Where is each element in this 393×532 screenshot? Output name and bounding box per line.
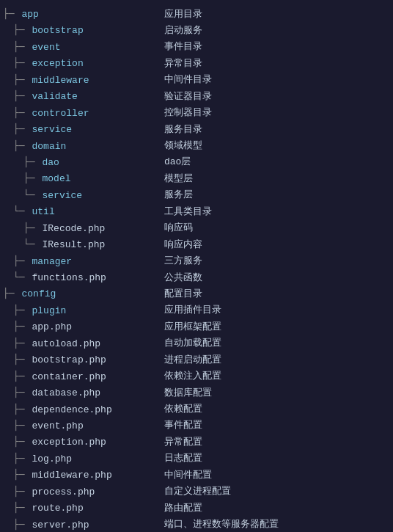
- tree-row: ├─ model模型层: [3, 170, 390, 186]
- tree-row: ├─ exception.php异常配置: [3, 434, 390, 450]
- file-name: middleware.php: [32, 470, 111, 481]
- folder-name: service: [42, 190, 82, 201]
- branch-icon: └─: [23, 189, 40, 200]
- folder-name: plugin: [32, 305, 66, 316]
- item-description: 异常配置: [164, 434, 390, 450]
- branch-icon: ├─: [13, 519, 30, 530]
- folder-name: util: [32, 206, 54, 217]
- folder-name: manager: [32, 256, 72, 267]
- file-name: exception.php: [32, 437, 106, 448]
- tree-row: ├─ app应用目录: [3, 6, 390, 22]
- tree-row: ├─ validate验证器目录: [3, 88, 390, 104]
- tree-row: ├─ event.php事件配置: [3, 418, 390, 434]
- folder-name: dao: [42, 157, 59, 168]
- folder-name: bootstrap: [32, 25, 83, 36]
- tree-row: ├─ container.php依赖注入配置: [3, 368, 390, 385]
- tree-row: └─ IResult.php响应内容: [3, 236, 390, 252]
- file-name: functions.php: [32, 272, 106, 283]
- branch-icon: ├─: [13, 41, 30, 52]
- file-name: IResult.php: [42, 239, 105, 250]
- file-name: app.php: [32, 321, 72, 332]
- branch-icon: ├─: [13, 486, 30, 497]
- item-description: 控制器目录: [164, 105, 390, 120]
- branch-icon: ├─: [13, 90, 30, 101]
- branch-icon: └─: [13, 272, 30, 283]
- folder-name: model: [42, 173, 70, 184]
- item-description: 响应内容: [164, 237, 390, 252]
- file-name: database.php: [32, 387, 100, 398]
- item-description: 响应码: [164, 220, 390, 236]
- item-description: 应用目录: [164, 7, 390, 22]
- item-description: 验证器目录: [164, 89, 390, 104]
- folder-name: config: [21, 288, 56, 299]
- tree-row: ├─ route.php路由配置: [3, 500, 390, 516]
- tree-row: ├─ daodao层: [3, 154, 390, 170]
- item-description: 应用插件目录: [164, 302, 390, 318]
- tree-row: ├─ autoload.php自动加载配置: [3, 335, 390, 351]
- folder-name: service: [32, 124, 72, 135]
- item-description: 事件目录: [164, 39, 390, 54]
- item-description: 依赖配置: [164, 401, 390, 417]
- item-description: dao层: [164, 154, 390, 170]
- folder-name: controller: [32, 108, 89, 119]
- branch-icon: └─: [13, 205, 30, 216]
- folder-name: app: [21, 9, 38, 20]
- tree-row: ├─ config配置目录: [3, 285, 390, 302]
- branch-icon: ├─: [23, 156, 40, 167]
- tree-row: └─ util工具类目录: [3, 203, 390, 219]
- branch-icon: ├─: [13, 404, 30, 415]
- file-name: route.php: [32, 503, 83, 514]
- item-description: 服务目录: [164, 122, 390, 137]
- branch-icon: ├─: [13, 453, 30, 464]
- branch-icon: ├─: [3, 288, 20, 299]
- item-description: 启动服务: [164, 23, 390, 38]
- item-description: 模型层: [164, 171, 390, 186]
- item-description: 日志配置: [164, 451, 390, 466]
- file-name: server.php: [32, 520, 89, 531]
- item-description: 中间件配置: [164, 467, 390, 483]
- file-name: process.php: [32, 487, 95, 498]
- branch-icon: ├─: [13, 420, 30, 431]
- file-name: container.php: [32, 371, 106, 382]
- item-description: 三方服务: [164, 253, 390, 269]
- branch-icon: ├─: [3, 8, 20, 19]
- branch-icon: ├─: [13, 387, 30, 398]
- branch-icon: ├─: [13, 371, 30, 382]
- item-description: 领域模型: [164, 138, 390, 153]
- branch-icon: ├─: [13, 255, 30, 266]
- folder-name: domain: [32, 141, 66, 152]
- item-description: 工具类目录: [164, 204, 390, 219]
- file-name: log.php: [32, 453, 72, 464]
- tree-row: ├─ domain领域模型: [3, 138, 390, 154]
- file-name: bootstrap.php: [32, 354, 106, 365]
- item-description: 自动加载配置: [164, 335, 390, 351]
- item-description: 异常目录: [164, 56, 390, 71]
- branch-icon: ├─: [13, 321, 30, 332]
- file-name: autoload.php: [32, 338, 100, 349]
- branch-icon: ├─: [13, 107, 30, 118]
- tree-row: ├─ controller控制器目录: [3, 105, 390, 121]
- tree-row: ├─ event事件目录: [3, 39, 390, 55]
- item-description: 自定义进程配置: [164, 484, 390, 499]
- item-description: 事件配置: [164, 418, 390, 433]
- file-name: event.php: [32, 420, 83, 431]
- item-description: 公共函数: [164, 270, 390, 285]
- tree-row: ├─ bootstrap.php进程启动配置: [3, 351, 390, 368]
- branch-icon: ├─: [13, 502, 30, 513]
- tree-row: ├─ IRecode.php响应码: [3, 220, 390, 236]
- tree-row: ├─ dependence.php依赖配置: [3, 401, 390, 418]
- branch-icon: ├─: [13, 74, 30, 85]
- tree-row: └─ service服务层: [3, 187, 390, 203]
- tree-row: ├─ plugin应用插件目录: [3, 302, 390, 318]
- item-description: 依赖注入配置: [164, 368, 390, 384]
- tree-row: ├─ middleware.php中间件配置: [3, 467, 390, 483]
- branch-icon: ├─: [13, 57, 30, 68]
- tree-row: └─ functions.php公共函数: [3, 269, 390, 285]
- tree-row: ├─ manager三方服务: [3, 253, 390, 269]
- tree-row: ├─ server.php端口、进程数等服务器配置: [3, 517, 390, 532]
- branch-icon: ├─: [13, 469, 30, 480]
- tree-row: ├─ service服务目录: [3, 121, 390, 137]
- tree-row: ├─ log.php日志配置: [3, 451, 390, 467]
- item-description: 配置目录: [164, 286, 390, 302]
- branch-icon: ├─: [13, 338, 30, 349]
